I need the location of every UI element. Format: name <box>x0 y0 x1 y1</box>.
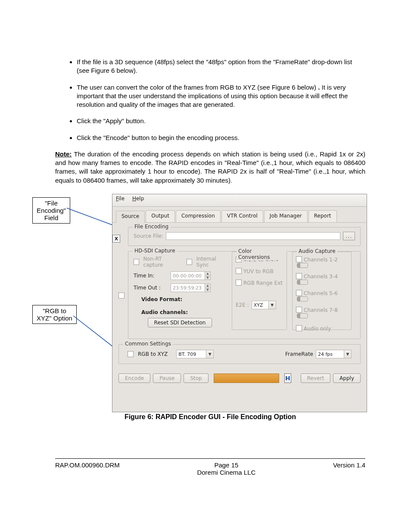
tab-strip: Source Output Compression VTR Control Jo… <box>112 207 367 223</box>
checkbox-audio-only[interactable] <box>296 325 302 331</box>
checkbox-ch34[interactable] <box>296 273 302 279</box>
select-e2e[interactable]: XYZ <box>252 301 269 309</box>
reset-sdi-button[interactable]: Reset SDI Detection <box>148 318 212 327</box>
slider-ch56[interactable] <box>297 296 308 302</box>
bullet-1: If the file is a 3D sequence (48fps) sel… <box>77 58 365 75</box>
checkbox-internal-sync[interactable] <box>187 259 192 265</box>
menubar: File Help <box>112 194 367 207</box>
stop-button[interactable]: Stop <box>184 373 208 383</box>
apply-button[interactable]: Apply <box>333 373 361 383</box>
note-label: Note: <box>55 150 72 158</box>
browse-button[interactable]: ... <box>343 232 355 240</box>
toggle-hdsdi[interactable] <box>118 292 125 299</box>
tab-source[interactable]: Source <box>116 211 145 223</box>
legend-audio-capture: Audio Capture <box>297 248 337 254</box>
slider-ch78[interactable] <box>297 313 308 318</box>
spinner-time-out[interactable]: ▲▼ <box>205 283 211 292</box>
label-time-in: Time In: <box>134 273 168 279</box>
select-framerate[interactable]: 24 fps <box>316 350 344 358</box>
rapid-encoder-window: File Help Source Output Compression VTR … <box>112 194 367 412</box>
chevron-down-icon[interactable]: ▼ <box>344 350 352 358</box>
footer-doc-id: RAP.OM.000960.DRM <box>55 461 120 476</box>
slider-ch12[interactable] <box>297 263 308 268</box>
input-source-file[interactable] <box>166 232 340 240</box>
bullet-3: Click the "Apply" button. <box>77 117 365 125</box>
checkbox-ch56[interactable] <box>296 290 302 296</box>
label-video-format: Video Format: <box>141 296 226 302</box>
callout-rgb-to-xyz: "RGB to XYZ" Option <box>32 305 77 324</box>
tab-compression[interactable]: Compression <box>176 210 221 222</box>
spinner-time-in[interactable]: ▲▼ <box>205 271 211 280</box>
checkbox-nonrt[interactable] <box>134 259 139 265</box>
tab-output[interactable]: Output <box>146 210 175 222</box>
checkbox-rgb-to-xyz[interactable] <box>128 351 134 357</box>
menu-help[interactable]: Help <box>132 196 144 202</box>
pause-button[interactable]: Pause <box>153 373 181 383</box>
note-paragraph: Note: The duration of the encoding proce… <box>55 150 365 185</box>
checkbox-yuv-rgb[interactable] <box>236 268 242 274</box>
bullet-4: Click the "Encode" button to begin the e… <box>77 134 365 142</box>
callout-file-encoding: "File Encoding" Field <box>32 197 70 224</box>
tab-vtr[interactable]: VTR Control <box>221 210 263 222</box>
input-time-out[interactable]: 23:59:59:23 <box>171 283 205 292</box>
chevron-down-icon[interactable]: ▼ <box>269 301 276 309</box>
figure-caption: Figure 6: RAPID Encoder GUI - File Encod… <box>55 413 365 421</box>
tab-report[interactable]: Report <box>308 210 337 222</box>
label-framerate: FrameRate <box>285 351 313 357</box>
slider-ch34[interactable] <box>297 280 308 285</box>
progress-bar <box>214 373 279 383</box>
progress-icon: H <box>284 373 291 383</box>
label-source-file: Source File: <box>134 233 163 239</box>
checkbox-ch78[interactable] <box>296 307 302 313</box>
label-time-out: Time Out : <box>134 285 168 291</box>
menu-file[interactable]: File <box>116 196 125 202</box>
label-rgb-to-xyz: RGB to XYZ <box>138 351 168 357</box>
label-e2e: E2E : <box>236 302 249 308</box>
encode-button[interactable]: Encode <box>118 373 150 383</box>
bullet-2: The user can convert the color of the fr… <box>77 83 365 109</box>
input-time-in[interactable]: 00:00:00:00 <box>171 271 205 280</box>
toggle-file-encoding[interactable]: X <box>112 235 120 243</box>
checkbox-ch12[interactable] <box>296 256 302 262</box>
bullet-list: If the file is a 3D sequence (48fps) sel… <box>55 58 365 142</box>
footer-version: Version 1.4 <box>333 461 365 476</box>
legend-color-conversions: Color Conversions <box>237 248 286 260</box>
chevron-down-icon[interactable]: ▼ <box>206 350 214 358</box>
legend-common-settings: Common Settings <box>123 341 173 347</box>
page-footer: RAP.OM.000960.DRM Page 15 Doremi Cinema … <box>55 458 365 476</box>
legend-hdsdi: HD-SDI Capture <box>133 248 177 254</box>
legend-file-encoding: File Encoding <box>133 224 170 230</box>
label-audio-channels: Audio channels: <box>141 309 226 315</box>
revert-button[interactable]: Revert <box>301 373 330 383</box>
tab-job-manager[interactable]: Job Manager <box>264 210 308 222</box>
checkbox-rgb-range-ext[interactable] <box>236 280 242 286</box>
select-colorspace[interactable]: BT. 709 <box>176 350 206 358</box>
